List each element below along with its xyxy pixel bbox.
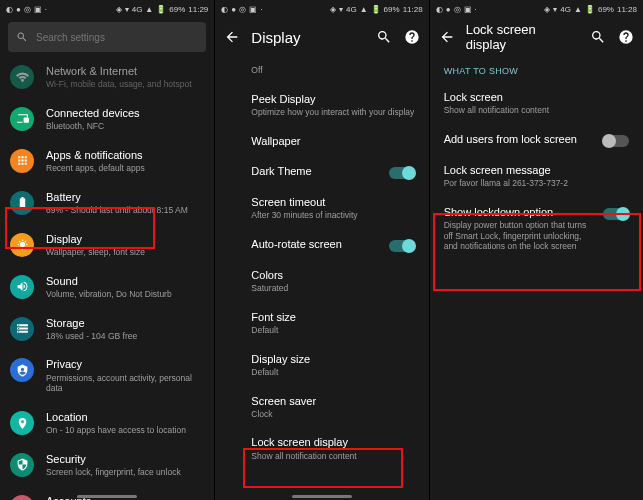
help-button[interactable] — [617, 28, 635, 46]
item-subtitle: Wi-Fi, mobile data, usage, and hotspot — [46, 79, 204, 90]
settings-item-sound[interactable]: SoundVolume, vibration, Do Not Disturb — [0, 266, 214, 308]
row-subtitle: Default — [251, 367, 414, 378]
row-title: Show lockdown option — [444, 205, 595, 219]
display-row[interactable]: Display sizeDefault — [215, 344, 428, 386]
display-row[interactable]: ColorsSaturated — [215, 260, 428, 302]
row-title: Auto-rotate screen — [251, 237, 380, 251]
row-subtitle: Off — [251, 65, 414, 76]
item-subtitle: Bluetooth, NFC — [46, 121, 204, 132]
row-title: Lock screen message — [444, 163, 629, 177]
settings-item-wifi[interactable]: Network & InternetWi-Fi, mobile data, us… — [0, 56, 214, 98]
item-subtitle: Volume, vibration, Do Not Disturb — [46, 289, 204, 300]
status-bar: ◐●◎▣· ◈▾4G▲🔋69%11:28 — [215, 0, 428, 18]
display-row[interactable]: Dark Theme — [215, 156, 428, 187]
display-list[interactable]: OffPeek DisplayOptimize how you interact… — [215, 56, 428, 500]
display-row[interactable]: Lock screen displayShow all notification… — [215, 427, 428, 469]
search-input[interactable] — [36, 32, 198, 43]
display-row[interactable]: Off — [215, 56, 428, 84]
wifi-icon — [10, 65, 34, 89]
screen-settings: ◐●◎▣· ◈▾4G▲🔋69%11:29 Network & InternetW… — [0, 0, 214, 500]
toggle-switch[interactable] — [603, 135, 629, 147]
item-subtitle: 69% - Should last until about 8:15 AM — [46, 205, 204, 216]
item-title: Connected devices — [46, 106, 204, 120]
item-title: Storage — [46, 316, 204, 330]
row-title: Colors — [251, 268, 414, 282]
sound-icon — [10, 275, 34, 299]
settings-item-apps[interactable]: Apps & notificationsRecent apps, default… — [0, 140, 214, 182]
row-title: Peek Display — [251, 92, 414, 106]
search-button[interactable] — [375, 28, 393, 46]
home-indicator[interactable] — [292, 495, 352, 498]
row-subtitle: Clock — [251, 409, 414, 420]
search-bar[interactable] — [8, 22, 206, 52]
item-subtitle: 18% used - 104 GB free — [46, 331, 204, 342]
lockscreen-row[interactable]: Add users from lock screen — [430, 124, 643, 155]
status-bar: ◐●◎▣· ◈▾4G▲🔋69%11:28 — [430, 0, 643, 18]
accounts-icon — [10, 495, 34, 500]
row-title: Screen saver — [251, 394, 414, 408]
page-title: Display — [251, 29, 364, 46]
toggle-switch[interactable] — [389, 240, 415, 252]
item-subtitle: Recent apps, default apps — [46, 163, 204, 174]
row-title: Display size — [251, 352, 414, 366]
item-title: Location — [46, 410, 204, 424]
toggle-switch[interactable] — [603, 208, 629, 220]
settings-item-devices[interactable]: Connected devicesBluetooth, NFC — [0, 98, 214, 140]
settings-item-storage[interactable]: Storage18% used - 104 GB free — [0, 308, 214, 350]
lockscreen-row[interactable]: Lock screenShow all notification content — [430, 82, 643, 124]
lockscreen-list[interactable]: WHAT TO SHOW Lock screenShow all notific… — [430, 56, 643, 500]
item-subtitle: Wallpaper, sleep, font size — [46, 247, 204, 258]
location-icon — [10, 411, 34, 435]
settings-item-location[interactable]: LocationOn - 10 apps have access to loca… — [0, 402, 214, 444]
back-button[interactable] — [223, 28, 241, 46]
help-button[interactable] — [403, 28, 421, 46]
privacy-icon — [10, 358, 34, 382]
display-row[interactable]: Screen timeoutAfter 30 minutes of inacti… — [215, 187, 428, 229]
item-title: Display — [46, 232, 204, 246]
storage-icon — [10, 317, 34, 341]
row-subtitle: Optimize how you interact with your disp… — [251, 107, 414, 118]
status-bar: ◐●◎▣· ◈▾4G▲🔋69%11:29 — [0, 0, 214, 18]
row-subtitle: Display power button option that turns o… — [444, 220, 595, 252]
display-row[interactable]: Screen saverClock — [215, 386, 428, 428]
item-title: Sound — [46, 274, 204, 288]
row-title: Add users from lock screen — [444, 132, 595, 146]
display-row[interactable]: Font sizeDefault — [215, 302, 428, 344]
row-title: Dark Theme — [251, 164, 380, 178]
lockscreen-row[interactable]: Lock screen messagePor favor llama al 26… — [430, 155, 643, 197]
screen-display: ◐●◎▣· ◈▾4G▲🔋69%11:28 Display OffPeek Dis… — [214, 0, 428, 500]
settings-item-security[interactable]: SecurityScreen lock, fingerprint, face u… — [0, 444, 214, 486]
search-button[interactable] — [589, 28, 607, 46]
home-indicator[interactable] — [77, 495, 137, 498]
row-title: Lock screen — [444, 90, 629, 104]
row-title: Wallpaper — [251, 134, 414, 148]
back-button[interactable] — [438, 28, 456, 46]
row-subtitle: Show all notification content — [444, 105, 629, 116]
row-subtitle: Por favor llama al 261-373-737-2 — [444, 178, 629, 189]
section-header: WHAT TO SHOW — [430, 56, 643, 82]
item-title: Network & Internet — [46, 64, 204, 78]
display-icon — [10, 233, 34, 257]
item-subtitle: On - 10 apps have access to location — [46, 425, 204, 436]
settings-item-display[interactable]: DisplayWallpaper, sleep, font size — [0, 224, 214, 266]
settings-item-privacy[interactable]: PrivacyPermissions, account activity, pe… — [0, 349, 214, 402]
devices-icon — [10, 107, 34, 131]
item-subtitle: Permissions, account activity, personal … — [46, 373, 204, 394]
lockscreen-row[interactable]: Show lockdown optionDisplay power button… — [430, 197, 643, 260]
item-title: Apps & notifications — [46, 148, 204, 162]
toggle-switch[interactable] — [389, 167, 415, 179]
top-bar: Lock screen display — [430, 18, 643, 56]
display-row[interactable]: Peek DisplayOptimize how you interact wi… — [215, 84, 428, 126]
top-bar: Display — [215, 18, 428, 56]
settings-item-battery[interactable]: Battery69% - Should last until about 8:1… — [0, 182, 214, 224]
item-subtitle: Screen lock, fingerprint, face unlock — [46, 467, 204, 478]
row-title: Font size — [251, 310, 414, 324]
apps-icon — [10, 149, 34, 173]
display-row[interactable]: Auto-rotate screen — [215, 229, 428, 260]
display-row[interactable]: Wallpaper — [215, 126, 428, 156]
page-title: Lock screen display — [466, 22, 579, 52]
settings-list[interactable]: Network & InternetWi-Fi, mobile data, us… — [0, 56, 214, 500]
search-icon — [16, 31, 28, 43]
row-subtitle: Default — [251, 325, 414, 336]
item-title: Privacy — [46, 357, 204, 371]
